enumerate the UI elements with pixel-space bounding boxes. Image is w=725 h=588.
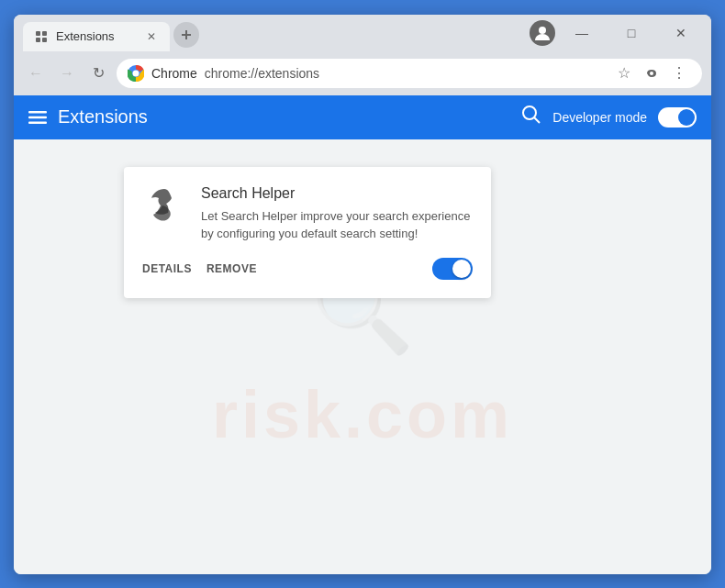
url-text: chrome://extensions [205, 66, 605, 81]
extensions-page-title: Extensions [58, 106, 510, 128]
search-button[interactable] [521, 105, 541, 129]
hamburger-menu-button[interactable] [28, 108, 47, 127]
bookmark-button[interactable]: ☆ [612, 61, 636, 85]
site-name: Chrome [151, 66, 197, 81]
extensions-button[interactable] [640, 61, 664, 85]
svg-rect-3 [42, 38, 47, 42]
extension-toggle[interactable] [432, 258, 473, 280]
extensions-toolbar: Extensions Developer mode [14, 95, 711, 139]
svg-line-14 [534, 117, 540, 123]
svg-rect-2 [36, 38, 40, 42]
minimize-button[interactable]: — [561, 19, 603, 47]
card-actions: DETAILS REMOVE [142, 258, 473, 280]
card-header: Search Helper Let Search Helper improve … [142, 185, 473, 243]
remove-button[interactable]: REMOVE [206, 259, 257, 279]
address-bar: ← → ↻ Chrome chrome://extensions ☆ [14, 51, 711, 95]
svg-point-13 [523, 106, 536, 119]
extension-icon [142, 185, 186, 229]
svg-point-9 [650, 72, 653, 75]
svg-rect-0 [36, 31, 40, 36]
title-bar: Extensions ✕ — □ ✕ [14, 15, 711, 51]
close-button[interactable]: ✕ [660, 19, 702, 47]
svg-point-6 [539, 27, 546, 34]
window-controls: — □ ✕ [561, 19, 702, 47]
active-tab[interactable]: Extensions ✕ [23, 22, 170, 51]
svg-rect-5 [182, 34, 191, 36]
url-bar[interactable]: Chrome chrome://extensions ☆ ⋮ [117, 59, 702, 88]
extension-card: Search Helper Let Search Helper improve … [124, 167, 491, 298]
tab-area: Extensions ✕ [23, 15, 530, 51]
svg-rect-1 [42, 31, 47, 36]
svg-rect-11 [28, 116, 47, 118]
extension-toggle-knob [452, 260, 471, 278]
details-button[interactable]: DETAILS [142, 259, 192, 279]
toggle-knob [678, 109, 695, 126]
extension-description: Let Search Helper improve your search ex… [201, 207, 473, 243]
developer-mode-toggle[interactable] [658, 107, 697, 128]
card-info: Search Helper Let Search Helper improve … [201, 185, 473, 243]
svg-rect-10 [28, 111, 47, 114]
url-actions: ☆ ⋮ [612, 61, 691, 85]
extension-name: Search Helper [201, 185, 473, 202]
chrome-logo-icon [128, 65, 144, 82]
profile-icon[interactable] [530, 20, 555, 46]
tab-favicon [34, 29, 49, 44]
maximize-button[interactable]: □ [610, 19, 652, 47]
main-content: 🔍 risk.com Search Helper Let Search Help… [14, 139, 711, 574]
browser-window: Extensions ✕ — □ ✕ [14, 15, 711, 574]
watermark-text: risk.com [212, 376, 513, 451]
refresh-button[interactable]: ↻ [85, 61, 111, 86]
new-tab-button[interactable] [173, 22, 199, 48]
svg-rect-12 [28, 121, 47, 124]
tab-close-button[interactable]: ✕ [144, 29, 159, 44]
back-button[interactable]: ← [23, 61, 49, 86]
more-button[interactable]: ⋮ [667, 61, 691, 85]
tab-title: Extensions [56, 29, 137, 43]
svg-point-8 [133, 70, 139, 76]
developer-mode-label: Developer mode [552, 110, 647, 125]
forward-button[interactable]: → [54, 61, 80, 86]
